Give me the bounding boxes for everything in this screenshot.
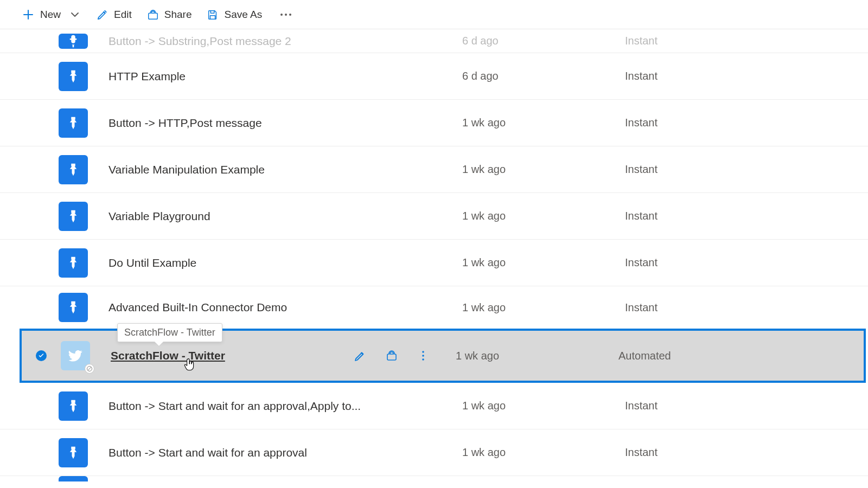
pencil-icon xyxy=(97,9,108,21)
edit-button[interactable]: Edit xyxy=(97,9,132,21)
flow-type: Instant xyxy=(625,117,868,129)
flow-name: Do Until Example xyxy=(88,256,462,269)
flow-name-link[interactable]: ScratchFlow - Twitter xyxy=(111,349,225,362)
flow-name: Button -> Start and wait for an approval xyxy=(88,446,462,459)
flow-row-peek xyxy=(59,476,868,481)
flow-name: Button -> HTTP,Post message xyxy=(88,117,462,130)
svg-point-1 xyxy=(422,351,424,353)
flow-modified: 1 wk ago xyxy=(462,256,625,269)
flow-row[interactable]: Button -> Substring,Post message 2 6 d a… xyxy=(0,29,868,53)
flow-type: Instant xyxy=(625,35,868,47)
flow-list: Button -> Substring,Post message 2 6 d a… xyxy=(0,29,868,481)
share-label: Share xyxy=(164,9,192,21)
flow-row[interactable]: Button -> Start and wait for an approval… xyxy=(0,429,868,476)
more-row-icon[interactable] xyxy=(417,349,430,362)
flow-row[interactable]: Variable Manipulation Example 1 wk ago I… xyxy=(0,146,868,193)
share-row-icon[interactable] xyxy=(385,349,398,362)
disabled-icon xyxy=(85,364,94,374)
share-button[interactable]: Share xyxy=(147,9,192,21)
flow-button-icon xyxy=(59,202,88,231)
flow-name: Advanced Built-In Connector Demo xyxy=(88,301,462,314)
svg-point-3 xyxy=(422,358,424,361)
flow-button-icon xyxy=(59,293,88,322)
flow-name: Button -> Start and wait for an approval… xyxy=(88,400,462,413)
dot-icon xyxy=(289,14,291,16)
flow-modified: 1 wk ago xyxy=(462,446,625,459)
flow-type: Instant xyxy=(625,70,868,82)
flow-type: Instant xyxy=(625,400,868,412)
flow-button-icon xyxy=(59,476,88,481)
flow-row[interactable]: Button -> Start and wait for an approval… xyxy=(0,383,868,429)
flow-modified: 1 wk ago xyxy=(462,163,625,176)
chevron-down-icon xyxy=(68,8,81,21)
flow-button-icon xyxy=(59,391,88,421)
flow-modified: 1 wk ago xyxy=(462,210,625,222)
flow-type: Instant xyxy=(625,301,868,314)
flow-modified: 6 d ago xyxy=(462,70,625,82)
flow-row[interactable]: Advanced Built-In Connector Demo 1 wk ag… xyxy=(0,286,868,329)
flow-name: Button -> Substring,Post message 2 xyxy=(88,35,462,48)
flow-type: Instant xyxy=(625,256,868,269)
flow-modified: 1 wk ago xyxy=(462,117,625,129)
flow-button-icon xyxy=(59,108,88,138)
flow-row[interactable]: Button -> HTTP,Post message 1 wk ago Ins… xyxy=(0,100,868,146)
flow-name: HTTP Example xyxy=(88,70,462,83)
flow-button-icon xyxy=(59,34,88,49)
edit-row-icon[interactable] xyxy=(354,349,367,362)
save-icon xyxy=(207,9,219,21)
new-label: New xyxy=(40,9,61,21)
flow-row[interactable]: Do Until Example 1 wk ago Instant xyxy=(0,240,868,286)
new-button[interactable]: New xyxy=(22,8,81,21)
flow-type: Instant xyxy=(625,446,868,459)
flow-row[interactable]: Variable Playground 1 wk ago Instant xyxy=(0,193,868,240)
plus-icon xyxy=(22,8,35,21)
flow-modified: 1 wk ago xyxy=(462,301,625,314)
tooltip: ScratchFlow - Twitter xyxy=(117,323,222,342)
command-bar: New Edit Share Save As xyxy=(0,0,868,29)
flow-row[interactable]: HTTP Example 6 d ago Instant xyxy=(0,53,868,100)
edit-label: Edit xyxy=(114,9,132,21)
flow-name: Variable Manipulation Example xyxy=(88,163,462,176)
flow-button-icon xyxy=(59,438,88,467)
svg-point-2 xyxy=(422,355,424,357)
dot-icon xyxy=(285,14,287,16)
save-as-button[interactable]: Save As xyxy=(207,9,262,21)
more-button[interactable] xyxy=(277,10,295,19)
dot-icon xyxy=(280,14,283,16)
flow-type: Instant xyxy=(625,210,868,222)
flow-name: Variable Playground xyxy=(88,210,462,223)
flow-modified: 6 d ago xyxy=(462,35,625,47)
flow-button-icon xyxy=(59,62,88,91)
share-icon xyxy=(147,9,159,21)
flow-modified: 1 wk ago xyxy=(462,400,625,412)
flow-type: Instant xyxy=(625,163,868,176)
save-as-label: Save As xyxy=(224,9,262,21)
selection-check-icon[interactable] xyxy=(36,350,47,361)
flow-button-icon xyxy=(59,248,88,278)
flow-modified: 1 wk ago xyxy=(456,350,618,362)
flow-button-icon xyxy=(59,155,88,184)
flow-type: Automated xyxy=(618,350,864,362)
